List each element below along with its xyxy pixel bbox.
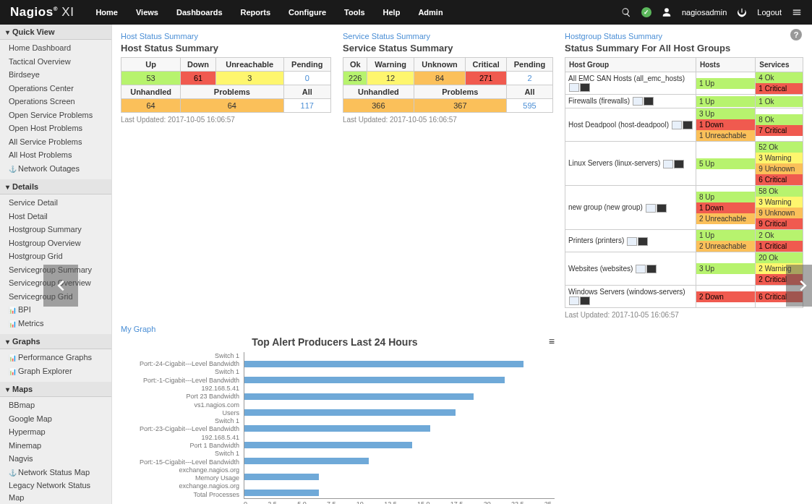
user-name[interactable]: nagiosadmin xyxy=(682,8,727,17)
sidebar-item-birdseye[interactable]: Birdseye xyxy=(0,68,111,82)
sidebar-item-hostgroup-summary[interactable]: Hostgroup Summary xyxy=(0,223,111,236)
status-badge[interactable]: 1 Unreachable xyxy=(696,130,755,141)
status-badge[interactable]: 7 Critical xyxy=(756,125,803,136)
topnav-views[interactable]: Views xyxy=(136,8,158,17)
chart-bar[interactable] xyxy=(244,377,505,383)
detail-icon[interactable] xyxy=(580,296,590,305)
hostgroup-icons[interactable] xyxy=(568,296,590,304)
hostgroup-name[interactable]: All EMC SAN Hosts (all_emc_hosts) xyxy=(568,74,685,82)
hostgroup-icons[interactable] xyxy=(645,203,667,211)
hostgroup-name[interactable]: Host Deadpool (host-deadpool) xyxy=(568,121,669,129)
sidebar-item-all-host-problems[interactable]: All Host Problems xyxy=(0,148,111,162)
status-badge[interactable]: 3 Up xyxy=(696,263,755,274)
status-cell[interactable]: 84 xyxy=(414,72,466,85)
status-badge[interactable]: 4 Ok xyxy=(756,72,803,83)
sidebar-item-all-service-problems[interactable]: All Service Problems xyxy=(0,135,111,149)
detail-icon[interactable] xyxy=(638,237,648,246)
sidebar-section-maps[interactable]: Maps xyxy=(0,382,111,397)
sidebar-item-bbmap[interactable]: BBmap xyxy=(0,398,111,412)
status-badge[interactable]: 2 Ok xyxy=(756,230,803,241)
hostgroup-icons[interactable] xyxy=(568,82,590,90)
status-cell[interactable]: 64 xyxy=(181,99,283,113)
status-cell[interactable]: 595 xyxy=(506,99,552,113)
grid-icon[interactable] xyxy=(663,160,673,168)
status-badge[interactable]: 8 Up xyxy=(696,192,755,202)
detail-icon[interactable] xyxy=(580,83,590,92)
grid-icon[interactable] xyxy=(633,97,643,106)
topnav-help[interactable]: Help xyxy=(383,8,401,17)
hostgroup-icons[interactable] xyxy=(671,121,693,129)
hostgroup-name[interactable]: Websites (websites) xyxy=(568,265,633,273)
sidebar-item-operations-center[interactable]: Operations Center xyxy=(0,82,111,95)
sidebar-item-host-detail[interactable]: Host Detail xyxy=(0,210,111,223)
status-cell[interactable]: 53 xyxy=(121,72,181,85)
sidebar-item-google-map[interactable]: Google Map xyxy=(0,412,111,426)
hostgroup-icons[interactable] xyxy=(626,236,648,244)
status-badge[interactable]: 6 Critical xyxy=(756,174,803,185)
hostgroup-name[interactable]: Windows Servers (windows-servers) xyxy=(568,288,685,296)
status-badge[interactable]: 5 Up xyxy=(696,158,755,169)
detail-icon[interactable] xyxy=(644,97,654,106)
sidebar-item-tactical-overview[interactable]: Tactical Overview xyxy=(0,55,111,69)
hostgroup-name[interactable]: new group (new group) xyxy=(568,203,643,211)
detail-icon[interactable] xyxy=(646,265,657,273)
sidebar-item-nagvis[interactable]: Nagvis xyxy=(0,452,111,466)
status-badge[interactable]: 1 Critical xyxy=(756,83,803,94)
hostgroup-name[interactable]: Printers (printers) xyxy=(568,236,624,244)
grid-icon[interactable] xyxy=(569,83,579,92)
status-cell[interactable]: 12 xyxy=(367,72,414,85)
status-cell[interactable]: 3 xyxy=(215,72,283,85)
sidebar-item-operations-screen[interactable]: Operations Screen xyxy=(0,95,111,108)
sidebar-item-hypermap[interactable]: Hypermap xyxy=(0,425,111,439)
sidebar-item-metrics[interactable]: Metrics xyxy=(0,317,111,330)
status-badge[interactable]: 8 Ok xyxy=(756,114,803,125)
sidebar-item-home-dashboard[interactable]: Home Dashboard xyxy=(0,41,111,55)
status-badge[interactable]: 2 Unreachable xyxy=(696,213,755,224)
status-badge[interactable]: 3 Warning xyxy=(756,153,803,163)
status-badge[interactable]: 1 Down xyxy=(696,119,755,130)
grid-icon[interactable] xyxy=(672,121,682,129)
chart-bar[interactable] xyxy=(244,490,319,496)
grid-icon[interactable] xyxy=(636,265,646,273)
help-icon[interactable]: ? xyxy=(790,29,802,40)
host-status-link[interactable]: Host Status Summary xyxy=(121,32,331,40)
status-badge[interactable]: 9 Unknown xyxy=(756,208,803,218)
status-badge[interactable]: 1 Ok xyxy=(756,96,803,107)
sidebar-item-hostgroup-grid[interactable]: Hostgroup Grid xyxy=(0,249,111,263)
status-badge[interactable]: 58 Ok xyxy=(756,186,803,197)
service-status-link[interactable]: Service Status Summary xyxy=(343,32,553,40)
carousel-prev-button[interactable] xyxy=(43,265,78,307)
chart-bar[interactable] xyxy=(244,409,456,416)
graph-link[interactable]: My Graph xyxy=(121,325,555,333)
sidebar-item-legacy-network-status-map[interactable]: Legacy Network Status Map xyxy=(0,479,111,504)
detail-icon[interactable] xyxy=(683,121,693,129)
detail-icon[interactable] xyxy=(674,160,684,168)
status-badge[interactable]: 20 Ok xyxy=(756,252,803,263)
chart-bar[interactable] xyxy=(244,474,319,480)
sidebar-item-service-detail[interactable]: Service Detail xyxy=(0,196,111,210)
sidebar-item-open-host-problems[interactable]: Open Host Problems xyxy=(0,121,111,135)
topnav-tools[interactable]: Tools xyxy=(344,8,365,17)
status-cell[interactable]: 117 xyxy=(283,99,330,113)
sidebar-item-hostgroup-overview[interactable]: Hostgroup Overview xyxy=(0,236,111,250)
status-badge[interactable]: 3 Warning xyxy=(756,197,803,208)
status-cell[interactable]: 61 xyxy=(181,72,216,85)
status-badge[interactable]: 52 Ok xyxy=(756,142,803,153)
hostgroup-icons[interactable] xyxy=(632,97,654,105)
status-badge[interactable]: 9 Unknown xyxy=(756,163,803,174)
carousel-next-button[interactable] xyxy=(786,265,812,307)
logout-link[interactable]: Logout xyxy=(757,8,782,17)
hostgroup-name[interactable]: Firewalls (firewalls) xyxy=(568,97,630,105)
status-badge[interactable]: 3 Up xyxy=(696,108,755,119)
status-cell[interactable]: 226 xyxy=(343,72,367,85)
status-cell[interactable]: 367 xyxy=(414,99,506,113)
sidebar-section-details[interactable]: Details xyxy=(0,179,111,195)
topnav-dashboards[interactable]: Dashboards xyxy=(176,8,223,17)
chart-bar[interactable] xyxy=(244,458,369,464)
sidebar-item-open-service-problems[interactable]: Open Service Problems xyxy=(0,108,111,122)
status-badge[interactable]: 2 Down xyxy=(696,291,755,302)
search-icon[interactable] xyxy=(621,7,631,17)
sidebar-section-quick-view[interactable]: Quick View xyxy=(0,25,111,40)
chart-bar[interactable] xyxy=(244,393,474,400)
grid-icon[interactable] xyxy=(646,204,656,213)
